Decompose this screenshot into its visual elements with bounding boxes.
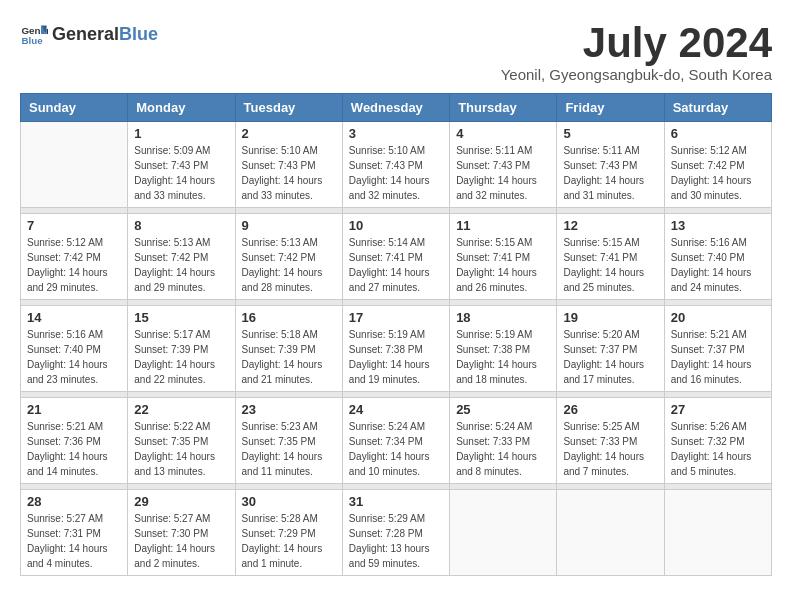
calendar-day-cell (664, 490, 771, 576)
day-number: 29 (134, 494, 228, 509)
day-number: 16 (242, 310, 336, 325)
day-info: Sunrise: 5:12 AMSunset: 7:42 PMDaylight:… (671, 143, 765, 203)
day-info: Sunrise: 5:28 AMSunset: 7:29 PMDaylight:… (242, 511, 336, 571)
day-number: 17 (349, 310, 443, 325)
day-number: 14 (27, 310, 121, 325)
svg-text:Blue: Blue (21, 35, 43, 46)
day-info: Sunrise: 5:18 AMSunset: 7:39 PMDaylight:… (242, 327, 336, 387)
calendar-day-cell: 28Sunrise: 5:27 AMSunset: 7:31 PMDayligh… (21, 490, 128, 576)
calendar-day-cell: 6Sunrise: 5:12 AMSunset: 7:42 PMDaylight… (664, 122, 771, 208)
day-info: Sunrise: 5:12 AMSunset: 7:42 PMDaylight:… (27, 235, 121, 295)
calendar-day-cell: 29Sunrise: 5:27 AMSunset: 7:30 PMDayligh… (128, 490, 235, 576)
day-info: Sunrise: 5:19 AMSunset: 7:38 PMDaylight:… (349, 327, 443, 387)
day-number: 11 (456, 218, 550, 233)
day-number: 4 (456, 126, 550, 141)
calendar-header-sunday: Sunday (21, 94, 128, 122)
day-info: Sunrise: 5:23 AMSunset: 7:35 PMDaylight:… (242, 419, 336, 479)
calendar-header-row: SundayMondayTuesdayWednesdayThursdayFrid… (21, 94, 772, 122)
calendar-header-monday: Monday (128, 94, 235, 122)
calendar-day-cell: 7Sunrise: 5:12 AMSunset: 7:42 PMDaylight… (21, 214, 128, 300)
calendar-day-cell: 26Sunrise: 5:25 AMSunset: 7:33 PMDayligh… (557, 398, 664, 484)
calendar-header-saturday: Saturday (664, 94, 771, 122)
calendar-day-cell: 5Sunrise: 5:11 AMSunset: 7:43 PMDaylight… (557, 122, 664, 208)
calendar-day-cell: 23Sunrise: 5:23 AMSunset: 7:35 PMDayligh… (235, 398, 342, 484)
day-number: 3 (349, 126, 443, 141)
calendar-header-friday: Friday (557, 94, 664, 122)
day-number: 1 (134, 126, 228, 141)
day-number: 23 (242, 402, 336, 417)
day-info: Sunrise: 5:24 AMSunset: 7:34 PMDaylight:… (349, 419, 443, 479)
calendar-day-cell (450, 490, 557, 576)
calendar-day-cell: 24Sunrise: 5:24 AMSunset: 7:34 PMDayligh… (342, 398, 449, 484)
calendar-day-cell: 4Sunrise: 5:11 AMSunset: 7:43 PMDaylight… (450, 122, 557, 208)
day-number: 26 (563, 402, 657, 417)
logo-icon: General Blue (20, 20, 48, 48)
calendar-day-cell: 8Sunrise: 5:13 AMSunset: 7:42 PMDaylight… (128, 214, 235, 300)
day-info: Sunrise: 5:13 AMSunset: 7:42 PMDaylight:… (134, 235, 228, 295)
logo-general-text: GeneralBlue (52, 25, 158, 43)
logo: General Blue GeneralBlue (20, 20, 158, 48)
calendar-day-cell: 25Sunrise: 5:24 AMSunset: 7:33 PMDayligh… (450, 398, 557, 484)
day-number: 9 (242, 218, 336, 233)
day-info: Sunrise: 5:11 AMSunset: 7:43 PMDaylight:… (456, 143, 550, 203)
day-info: Sunrise: 5:16 AMSunset: 7:40 PMDaylight:… (27, 327, 121, 387)
day-number: 5 (563, 126, 657, 141)
day-number: 6 (671, 126, 765, 141)
day-info: Sunrise: 5:20 AMSunset: 7:37 PMDaylight:… (563, 327, 657, 387)
calendar-day-cell: 31Sunrise: 5:29 AMSunset: 7:28 PMDayligh… (342, 490, 449, 576)
calendar-day-cell: 15Sunrise: 5:17 AMSunset: 7:39 PMDayligh… (128, 306, 235, 392)
calendar-week-row: 1Sunrise: 5:09 AMSunset: 7:43 PMDaylight… (21, 122, 772, 208)
day-info: Sunrise: 5:16 AMSunset: 7:40 PMDaylight:… (671, 235, 765, 295)
calendar-day-cell (557, 490, 664, 576)
calendar-week-row: 21Sunrise: 5:21 AMSunset: 7:36 PMDayligh… (21, 398, 772, 484)
day-info: Sunrise: 5:15 AMSunset: 7:41 PMDaylight:… (563, 235, 657, 295)
day-number: 18 (456, 310, 550, 325)
calendar-day-cell: 22Sunrise: 5:22 AMSunset: 7:35 PMDayligh… (128, 398, 235, 484)
day-info: Sunrise: 5:13 AMSunset: 7:42 PMDaylight:… (242, 235, 336, 295)
day-number: 2 (242, 126, 336, 141)
day-number: 13 (671, 218, 765, 233)
day-info: Sunrise: 5:26 AMSunset: 7:32 PMDaylight:… (671, 419, 765, 479)
day-info: Sunrise: 5:27 AMSunset: 7:30 PMDaylight:… (134, 511, 228, 571)
day-number: 7 (27, 218, 121, 233)
calendar-day-cell: 19Sunrise: 5:20 AMSunset: 7:37 PMDayligh… (557, 306, 664, 392)
calendar-day-cell (21, 122, 128, 208)
calendar-day-cell: 16Sunrise: 5:18 AMSunset: 7:39 PMDayligh… (235, 306, 342, 392)
title-area: July 2024 Yeonil, Gyeongsangbuk-do, Sout… (501, 20, 772, 83)
day-number: 10 (349, 218, 443, 233)
calendar-header-thursday: Thursday (450, 94, 557, 122)
calendar-day-cell: 10Sunrise: 5:14 AMSunset: 7:41 PMDayligh… (342, 214, 449, 300)
day-info: Sunrise: 5:29 AMSunset: 7:28 PMDaylight:… (349, 511, 443, 571)
header: General Blue GeneralBlue July 2024 Yeoni… (20, 20, 772, 83)
day-number: 31 (349, 494, 443, 509)
calendar-day-cell: 3Sunrise: 5:10 AMSunset: 7:43 PMDaylight… (342, 122, 449, 208)
calendar-day-cell: 27Sunrise: 5:26 AMSunset: 7:32 PMDayligh… (664, 398, 771, 484)
subtitle: Yeonil, Gyeongsangbuk-do, South Korea (501, 66, 772, 83)
day-number: 21 (27, 402, 121, 417)
calendar-day-cell: 9Sunrise: 5:13 AMSunset: 7:42 PMDaylight… (235, 214, 342, 300)
calendar-day-cell: 11Sunrise: 5:15 AMSunset: 7:41 PMDayligh… (450, 214, 557, 300)
day-info: Sunrise: 5:24 AMSunset: 7:33 PMDaylight:… (456, 419, 550, 479)
day-number: 28 (27, 494, 121, 509)
calendar-week-row: 14Sunrise: 5:16 AMSunset: 7:40 PMDayligh… (21, 306, 772, 392)
calendar-day-cell: 1Sunrise: 5:09 AMSunset: 7:43 PMDaylight… (128, 122, 235, 208)
day-number: 19 (563, 310, 657, 325)
day-info: Sunrise: 5:22 AMSunset: 7:35 PMDaylight:… (134, 419, 228, 479)
calendar-header-wednesday: Wednesday (342, 94, 449, 122)
day-info: Sunrise: 5:09 AMSunset: 7:43 PMDaylight:… (134, 143, 228, 203)
day-number: 12 (563, 218, 657, 233)
calendar-week-row: 7Sunrise: 5:12 AMSunset: 7:42 PMDaylight… (21, 214, 772, 300)
day-number: 30 (242, 494, 336, 509)
day-info: Sunrise: 5:19 AMSunset: 7:38 PMDaylight:… (456, 327, 550, 387)
calendar-day-cell: 30Sunrise: 5:28 AMSunset: 7:29 PMDayligh… (235, 490, 342, 576)
calendar-week-row: 28Sunrise: 5:27 AMSunset: 7:31 PMDayligh… (21, 490, 772, 576)
day-info: Sunrise: 5:14 AMSunset: 7:41 PMDaylight:… (349, 235, 443, 295)
day-number: 22 (134, 402, 228, 417)
day-number: 27 (671, 402, 765, 417)
day-number: 20 (671, 310, 765, 325)
calendar-day-cell: 13Sunrise: 5:16 AMSunset: 7:40 PMDayligh… (664, 214, 771, 300)
calendar-day-cell: 20Sunrise: 5:21 AMSunset: 7:37 PMDayligh… (664, 306, 771, 392)
day-info: Sunrise: 5:21 AMSunset: 7:37 PMDaylight:… (671, 327, 765, 387)
day-info: Sunrise: 5:21 AMSunset: 7:36 PMDaylight:… (27, 419, 121, 479)
day-info: Sunrise: 5:27 AMSunset: 7:31 PMDaylight:… (27, 511, 121, 571)
